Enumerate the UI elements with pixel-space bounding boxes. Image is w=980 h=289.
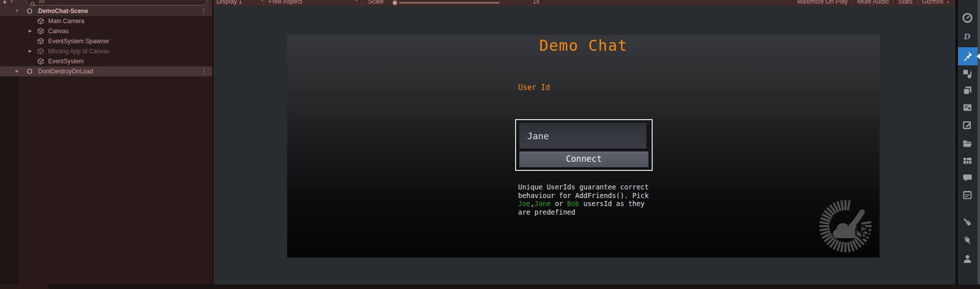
unity-scene-icon (26, 68, 33, 75)
scale-value: 1x (533, 0, 539, 5)
hierarchy-item-label: Canvas (48, 26, 69, 36)
hierarchy-row-canvas[interactable]: ▶Canvas (0, 26, 212, 36)
cube-icon (37, 18, 44, 25)
cube-icon (37, 38, 44, 45)
person-icon[interactable] (962, 253, 973, 264)
disclosure-triangle-icon[interactable]: ▶ (27, 26, 33, 36)
window-edge-strip (977, 0, 980, 284)
hierarchy-item-label: EventSystem (48, 56, 84, 66)
svg-text:D: D (963, 31, 970, 41)
brush-icon[interactable] (962, 217, 973, 228)
scale-label: Scale (368, 0, 384, 5)
table-icon[interactable] (962, 155, 973, 166)
game-canvas: Demo Chat User Id Connect Unique UserIds… (287, 35, 880, 257)
hierarchy-row-main-camera[interactable]: Main Camera (0, 16, 212, 26)
gauge-icon[interactable] (962, 12, 973, 23)
scale-slider-knob[interactable] (393, 1, 397, 5)
display-dropdown[interactable]: Display 1 (216, 0, 242, 5)
mute-audio-button[interactable]: Mute Audio (852, 0, 894, 4)
card-icon[interactable] (962, 102, 973, 113)
status-bar-left-segment (0, 284, 49, 289)
hierarchy-left-gutter (0, 76, 19, 284)
toolbar-separator (264, 0, 264, 6)
gizmos-dropdown[interactable]: Gizmos▾ (917, 0, 953, 4)
stats-button[interactable]: Stats (893, 0, 917, 4)
hierarchy-row-dontdestroyonload[interactable]: ▶DontDestroyOnLoad⋮ (0, 66, 212, 76)
edit-icon[interactable] (962, 119, 973, 130)
display-dropdown-caret-icon[interactable]: ▾ (261, 0, 263, 3)
cube-icon (37, 58, 44, 65)
aspect-dropdown[interactable]: Free Aspect (269, 0, 302, 5)
kebab-menu-icon[interactable]: ⋮ (200, 66, 207, 76)
cube-icon (37, 28, 44, 35)
hierarchy-search-input[interactable]: All (26, 0, 207, 6)
user-id-input[interactable] (519, 123, 647, 149)
predefined-userid: Jane (535, 200, 551, 208)
connect-button[interactable]: Connect (519, 151, 649, 167)
pin-icon[interactable] (962, 51, 973, 62)
game-toolbar-buttons: Maximize On PlayMute AudioStatsGizmos▾ (793, 0, 953, 6)
plug-icon[interactable] (962, 235, 973, 246)
folder-icon[interactable] (962, 138, 973, 149)
hierarchy-item-label: Missing App Id Canvas (48, 46, 109, 56)
flyout-arrow-icon (976, 53, 980, 59)
layers-icon[interactable] (962, 85, 973, 96)
game-view-toolbar: Display 1 ▾ Free Aspect ▾ Scale 1x Maxim… (213, 0, 955, 6)
maximize-on-play-button[interactable]: Maximize On Play (793, 0, 852, 4)
hierarchy-item-label: EventSystem Spawner (48, 36, 109, 46)
create-button[interactable]: + (3, 0, 7, 6)
hierarchy-row-demochat-scene[interactable]: ▼DemoChat-Scene⋮ (0, 6, 212, 16)
docs-logo-icon[interactable]: D (962, 31, 973, 42)
kebab-menu-icon[interactable]: ⋮ (200, 6, 207, 16)
photon-cloud-logo-icon (815, 195, 878, 257)
speech-bubble-icon[interactable] (962, 172, 973, 183)
toolbar-separator (361, 0, 362, 6)
disclosure-triangle-icon[interactable]: ▼ (14, 6, 20, 16)
hierarchy-row-eventsystem[interactable]: EventSystem (0, 56, 212, 66)
predefined-userid: Joe (518, 200, 530, 208)
disclosure-triangle-icon[interactable]: ▶ (27, 46, 33, 56)
clipboard-icon[interactable] (962, 189, 973, 201)
description-text: Unique UserIds guarantee correctbehaviou… (518, 183, 649, 216)
unity-scene-icon (26, 8, 33, 15)
scale-slider-track[interactable] (399, 2, 500, 4)
user-id-label: User Id (518, 83, 550, 92)
disclosure-triangle-icon[interactable]: ▶ (14, 66, 20, 76)
hierarchy-row-eventsystem-spawner[interactable]: EventSystem Spawner (0, 36, 212, 46)
gizmos-caret-icon: ▾ (947, 0, 949, 5)
search-scope-label: All (39, 0, 45, 4)
assets-icon[interactable] (962, 68, 973, 79)
search-icon (31, 0, 36, 6)
predefined-userid: Bob (567, 200, 579, 208)
cube-icon (37, 48, 44, 55)
right-icon-sidebar: D (958, 0, 977, 284)
hierarchy-item-label: DontDestroyOnLoad (38, 66, 93, 76)
hierarchy-panel: + ▾ All ▼DemoChat-Scene⋮Main Camera▶Canv… (0, 0, 213, 284)
hierarchy-item-label: Main Camera (48, 16, 84, 26)
demo-chat-title: Demo Chat (287, 37, 880, 54)
create-dropdown-caret-icon[interactable]: ▾ (11, 0, 13, 4)
hierarchy-row-missing-app-id-canvas[interactable]: ▶Missing App Id Canvas (0, 46, 212, 56)
status-bar (0, 284, 980, 289)
connect-panel: Connect (515, 119, 653, 171)
hierarchy-item-label: DemoChat-Scene (38, 6, 88, 16)
aspect-dropdown-caret-icon[interactable]: ▾ (355, 0, 357, 3)
game-view: Display 1 ▾ Free Aspect ▾ Scale 1x Maxim… (213, 0, 955, 284)
hierarchy-toolbar: + ▾ All (0, 0, 212, 6)
unity-editor-window: + ▾ All ▼DemoChat-Scene⋮Main Camera▶Canv… (0, 0, 980, 289)
